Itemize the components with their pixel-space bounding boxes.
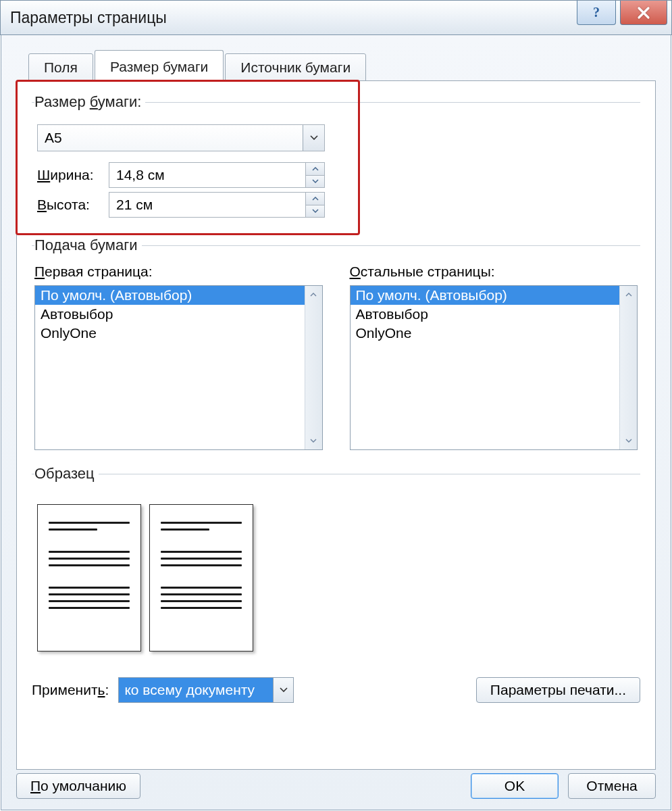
spin-down-icon[interactable] [306, 205, 324, 218]
default-button[interactable]: По умолчанию [16, 773, 140, 799]
list-item[interactable]: OnlyOne [35, 324, 305, 343]
height-label: Высота: [34, 197, 109, 213]
apply-to-label: Применить: [32, 682, 109, 698]
help-button[interactable]: ? [577, 1, 616, 25]
spin-up-icon[interactable] [306, 193, 324, 205]
other-pages-label: Остальные страницы: [350, 264, 638, 280]
window-title: Параметры страницы [10, 9, 167, 27]
spin-down-icon[interactable] [306, 176, 324, 188]
other-pages-listbox[interactable]: По умолч. (Автовыбор) Автовыбор OnlyOne [350, 285, 638, 450]
width-spinner[interactable]: 14,8 см [109, 162, 325, 188]
apply-to-combo[interactable]: ко всему документу [118, 677, 294, 703]
dialog-body: Поля Размер бумаги Источник бумаги Разме… [1, 35, 671, 810]
list-item[interactable]: По умолч. (Автовыбор) [351, 286, 620, 305]
group-paper-size: Размер бумаги: A5 Ширина: 14,8 см [32, 93, 640, 224]
tabstrip: Поля Размер бумаги Источник бумаги [28, 50, 656, 80]
paper-size-combo[interactable]: A5 [37, 124, 325, 151]
paper-feed-legend: Подача бумаги [34, 237, 142, 254]
paper-size-value: A5 [38, 130, 303, 146]
first-page-listbox[interactable]: По умолч. (Автовыбор) Автовыбор OnlyOne [34, 285, 323, 450]
list-item[interactable]: Автовыбор [35, 305, 305, 324]
tab-panel: Размер бумаги: A5 Ширина: 14,8 см [16, 80, 656, 770]
preview-legend: Образец [34, 465, 99, 483]
apply-to-value: ко всему документу [119, 678, 273, 702]
cancel-button[interactable]: Отмена [568, 773, 656, 799]
group-preview: Образец [32, 465, 640, 654]
help-icon: ? [590, 5, 603, 20]
scroll-down-icon[interactable] [620, 432, 637, 449]
titlebar: Параметры страницы ? [0, 0, 672, 35]
width-label: Ширина: [34, 167, 109, 183]
width-value: 14,8 см [109, 167, 305, 183]
close-icon [636, 5, 651, 20]
scrollbar[interactable] [305, 286, 322, 449]
list-item[interactable]: По умолч. (Автовыбор) [35, 286, 305, 305]
tab-fields[interactable]: Поля [28, 53, 93, 81]
list-item[interactable]: Автовыбор [351, 305, 620, 324]
chevron-down-icon[interactable] [303, 125, 324, 151]
chevron-down-icon[interactable] [273, 678, 293, 702]
close-button[interactable] [620, 1, 667, 25]
first-page-label: Первая страница: [34, 264, 323, 280]
scroll-down-icon[interactable] [305, 432, 322, 449]
height-spinner[interactable]: 21 см [109, 192, 325, 218]
page-preview-1 [37, 504, 141, 652]
page-preview-2 [149, 504, 253, 652]
paper-size-legend: Размер бумаги: [34, 93, 145, 111]
list-item[interactable]: OnlyOne [351, 324, 620, 343]
scrollbar[interactable] [619, 286, 637, 449]
ok-button[interactable]: OK [471, 773, 559, 799]
scroll-up-icon[interactable] [305, 286, 322, 303]
svg-text:?: ? [593, 5, 600, 20]
tab-paper-source[interactable]: Источник бумаги [225, 53, 366, 81]
group-paper-feed: Подача бумаги Первая страница: По умолч.… [32, 237, 640, 453]
print-options-button[interactable]: Параметры печати... [476, 677, 640, 703]
tab-paper-size[interactable]: Размер бумаги [95, 50, 224, 80]
height-value: 21 см [109, 197, 305, 213]
scroll-up-icon[interactable] [620, 286, 637, 303]
spin-up-icon[interactable] [306, 163, 324, 176]
